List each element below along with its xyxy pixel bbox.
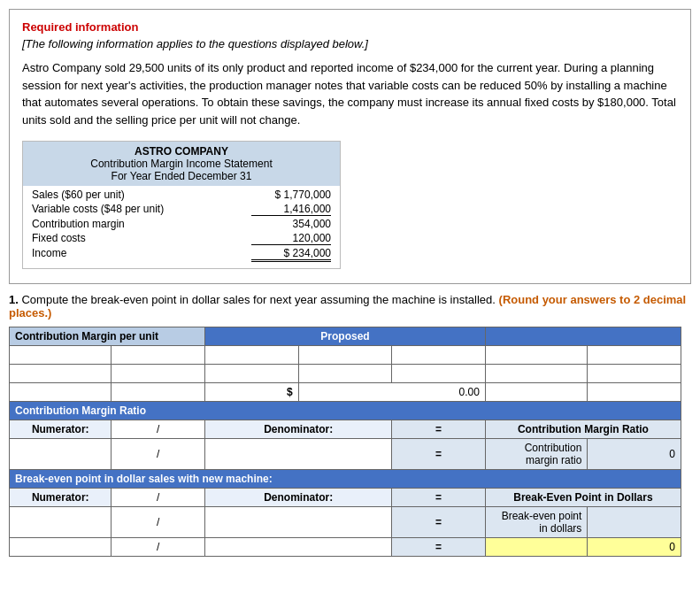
cm-ratio-result-label: Contribution Margin Ratio — [485, 420, 681, 439]
be-numerator-label: Numerator: — [10, 489, 112, 507]
cm-input-2f[interactable] — [485, 365, 587, 383]
cm-ratio-result-text: Contribution margin ratio — [485, 439, 587, 470]
cm-input-row1 — [10, 346, 681, 365]
slash-2: / — [112, 439, 205, 470]
cm-ratio-row2: / = Contribution margin ratio 0 — [10, 439, 681, 470]
be-slash-2: / — [112, 507, 205, 538]
slash-1: / — [112, 420, 205, 439]
cm-input-field-2d[interactable] — [304, 367, 387, 380]
cm-dollar-row: $ — [10, 383, 681, 402]
numerator-field-1[interactable] — [15, 448, 105, 460]
cm-input-field-2c[interactable] — [211, 367, 293, 380]
proposed-label: Proposed — [205, 327, 486, 346]
be-slash-1: / — [112, 489, 205, 507]
table-row: Fixed costs 120,000 — [32, 231, 331, 246]
cm-per-unit-label: Contribution Margin per unit — [10, 327, 205, 346]
cm-input-field-3f[interactable] — [491, 386, 581, 398]
be-eq-3: = — [392, 538, 486, 557]
be-input-3a[interactable] — [10, 538, 112, 557]
cm-input-field-1g[interactable] — [593, 349, 675, 361]
body-text: Astro Company sold 29,500 units of its o… — [22, 59, 678, 128]
cm-input-field-1a[interactable] — [15, 349, 105, 361]
be-denominator-field[interactable] — [211, 516, 386, 528]
cm-per-unit-header-row: Contribution Margin per unit Proposed — [10, 327, 681, 346]
cm-ratio-header-row: Contribution Margin Ratio — [10, 402, 681, 420]
be-slash-3: / — [112, 538, 205, 557]
be-result-value — [588, 507, 681, 538]
table-row: Income $ 234,000 — [32, 246, 331, 263]
row-value: 354,000 — [251, 218, 331, 230]
dollar-sign: $ — [287, 386, 293, 398]
be-eq-2: = — [392, 507, 486, 538]
table-row: Contribution margin 354,000 — [32, 217, 331, 231]
cm-input-field-1b[interactable] — [117, 349, 199, 361]
row-label: Variable costs ($48 per unit) — [32, 203, 190, 216]
cm-input-field-2g[interactable] — [593, 367, 675, 380]
cm-input-field-3g[interactable] — [593, 386, 675, 398]
cm-input-field-1c[interactable] — [211, 349, 293, 361]
cm-input-1c[interactable] — [205, 346, 299, 365]
cm-input-field-3b[interactable] — [117, 386, 199, 398]
cm-dollar-f[interactable] — [485, 383, 587, 402]
cm-input-2a[interactable] — [10, 365, 112, 383]
cm-input-2c[interactable] — [205, 365, 299, 383]
cm-input-field-2a[interactable] — [15, 367, 105, 380]
cm-input-field-2e[interactable] — [397, 367, 480, 380]
cm-value-cell[interactable] — [298, 383, 485, 402]
table-row: Variable costs ($48 per unit) 1,416,000 — [32, 202, 331, 217]
be-numerator-field[interactable] — [15, 516, 105, 528]
row-value: 120,000 — [251, 232, 331, 245]
computation-section: Contribution Margin per unit Proposed — [9, 327, 691, 557]
astro-table-header: ASTRO COMPANY Contribution Margin Income… — [23, 142, 340, 186]
be-numerator-input[interactable] — [10, 507, 112, 538]
cm-input-2b[interactable] — [112, 365, 205, 383]
cm-input-1e[interactable] — [392, 346, 486, 365]
dollar-sign-cell: $ — [205, 383, 299, 402]
cm-ratio-row1: Numerator: / Denominator: = Contribution… — [10, 420, 681, 439]
row-label: Income — [32, 247, 93, 262]
row-label: Fixed costs — [32, 232, 112, 245]
cm-input-field-1d[interactable] — [304, 349, 387, 361]
row-value: 1,416,000 — [251, 203, 331, 216]
computation-table: Contribution Margin per unit Proposed — [9, 327, 681, 557]
cm-input-1b[interactable] — [112, 346, 205, 365]
cm-input-2e[interactable] — [392, 365, 486, 383]
be-field-3a[interactable] — [15, 541, 105, 553]
be-input-3b[interactable] — [205, 538, 392, 557]
cm-dollar-b[interactable] — [112, 383, 205, 402]
cm-dollar-a[interactable] — [10, 383, 112, 402]
cm-input-1f[interactable] — [485, 346, 587, 365]
required-note: [The following information applies to th… — [22, 37, 678, 50]
cm-input-1d[interactable] — [298, 346, 392, 365]
cm-value-input[interactable] — [304, 386, 480, 398]
cm-input-2d[interactable] — [298, 365, 392, 383]
break-even-section-label: Break-even point in dollar sales with ne… — [10, 470, 681, 489]
denominator-input-1[interactable] — [205, 439, 392, 470]
be-field-3b[interactable] — [211, 541, 386, 553]
denominator-label-1: Denominator: — [205, 420, 392, 439]
company-name: ASTRO COMPANY — [30, 145, 333, 158]
empty-header — [485, 327, 681, 346]
cm-input-field-3a[interactable] — [15, 386, 105, 398]
cm-input-field-2b[interactable] — [117, 367, 199, 380]
cm-input-field-2f[interactable] — [491, 367, 581, 380]
break-even-header-row: Break-even point in dollar sales with ne… — [10, 470, 681, 489]
question-number: 1. — [9, 293, 19, 306]
astro-table-body: Sales ($60 per unit) $ 1,770,000 Variabl… — [23, 186, 340, 268]
be-yellow-result — [485, 538, 587, 557]
denominator-field-1[interactable] — [211, 448, 386, 460]
be-denominator-label: Denominator: — [205, 489, 392, 507]
cm-input-1a[interactable] — [10, 346, 112, 365]
cm-input-1g[interactable] — [588, 346, 681, 365]
cm-ratio-result-value: 0 — [588, 439, 681, 470]
numerator-label-1: Numerator: — [10, 420, 112, 439]
cm-input-field-1e[interactable] — [397, 349, 480, 361]
question-section: 1. Compute the break-even point in dolla… — [9, 293, 691, 320]
be-eq-1: = — [392, 489, 486, 507]
cm-input-field-1f[interactable] — [491, 349, 581, 361]
row-value: $ 1,770,000 — [251, 189, 331, 201]
numerator-input-1[interactable] — [10, 439, 112, 470]
be-denominator-input[interactable] — [205, 507, 392, 538]
cm-input-2g[interactable] — [588, 365, 681, 383]
cm-dollar-g[interactable] — [588, 383, 681, 402]
